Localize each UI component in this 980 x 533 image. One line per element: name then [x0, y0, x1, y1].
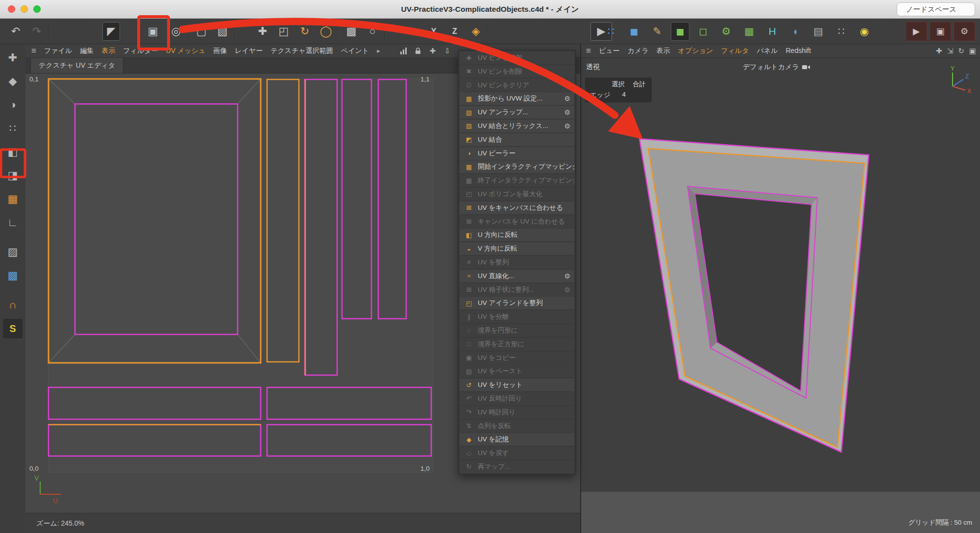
- uv-menu-item[interactable]: ◰ UV ポリゴンを最大化 ⚙: [460, 188, 574, 201]
- uv-menu-item[interactable]: ▦ 終了インタラクティブマッピング ⚙: [460, 174, 574, 187]
- edge-mode-icon[interactable]: ◨: [3, 166, 23, 185]
- poly-selection-tool[interactable]: ▧: [214, 22, 231, 41]
- gear-icon[interactable]: ⚙: [564, 95, 570, 102]
- polygon-mode-button[interactable]: ◼: [671, 22, 689, 41]
- uv-menu-item[interactable]: ○ 境界を円形に ⚙: [460, 324, 574, 337]
- ring-selection-tool[interactable]: ○: [364, 22, 381, 41]
- render-picture-viewer-button[interactable]: ▣: [930, 22, 951, 41]
- snap-icon[interactable]: ∩: [3, 295, 23, 315]
- cubes-mode-button[interactable]: ▦: [740, 22, 759, 41]
- tab-texture-uv-editor[interactable]: テクスチャ UV エディタ: [30, 58, 123, 73]
- menu-overflow-icon[interactable]: ▸: [377, 47, 380, 54]
- uv-menu-item[interactable]: ∥ UV を分離 ⚙: [460, 310, 574, 323]
- render-settings-button[interactable]: ⚙: [954, 22, 975, 41]
- uv-menu-item[interactable]: ↷ UV 時計回り ⚙: [460, 406, 574, 419]
- viewport-canvas[interactable]: 透視 デフォルトカメラ 選択 合計 エッジ 4: [581, 58, 980, 533]
- model-mode-icon[interactable]: ◆: [3, 72, 23, 91]
- rect-selection-tool[interactable]: ▢: [193, 22, 210, 41]
- uv-polygon-mode-icon[interactable]: ◧: [3, 142, 23, 162]
- uv-menu-item[interactable]: ⊠ キャンバスを UV に合わせる ⚙: [460, 215, 574, 228]
- gear-icon[interactable]: ⚙: [564, 286, 570, 294]
- axis-gizmo[interactable]: Y Z X: [938, 65, 974, 99]
- uv-transform-tool[interactable]: ▣: [142, 22, 164, 41]
- menu-layer[interactable]: レイヤー: [235, 47, 263, 55]
- brush-tool-button[interactable]: ✎: [648, 22, 666, 41]
- uv-point-mode-icon[interactable]: ∷: [3, 119, 23, 138]
- menu-vp-panel[interactable]: パネル: [757, 47, 778, 55]
- nodespace-button[interactable]: ノードスペース: [897, 2, 975, 16]
- menu-view[interactable]: 表示: [101, 47, 115, 55]
- uv-menu-item[interactable]: ✚ UV ピンを追加 ⚙: [460, 51, 574, 64]
- uv-menu-item[interactable]: ≡ UV を整列 ⚙: [460, 256, 574, 269]
- uv-menu-item[interactable]: ▦ 投影から UVW 設定... ⚙: [460, 92, 574, 105]
- rotate-tool[interactable]: ↻: [296, 22, 314, 41]
- uv-menu-item[interactable]: ✖ UV ピンを削除 ⚙: [460, 65, 574, 78]
- uv-menu-item[interactable]: ▤ UV をペースト ⚙: [460, 365, 574, 378]
- projection-label[interactable]: 透視: [586, 63, 600, 72]
- menu-vp-display[interactable]: 表示: [657, 47, 670, 55]
- model-tool-mode-icon[interactable]: ✚: [3, 48, 23, 68]
- render-active-view-button[interactable]: ▶: [906, 22, 927, 41]
- uv-menu-item[interactable]: ◒ V 方向に反転 ⚙: [460, 242, 574, 255]
- points-mode-button[interactable]: ∷: [602, 22, 620, 41]
- undo-button[interactable]: ↶: [7, 22, 24, 41]
- uv-menu-item[interactable]: ◩ UV 結合 ⚙: [460, 133, 574, 146]
- uv-mode-icon[interactable]: ▩: [3, 266, 23, 285]
- live-selection-tool[interactable]: ◎: [167, 22, 185, 41]
- snap-auto-icon[interactable]: S: [3, 319, 23, 338]
- viewport-menu-icon[interactable]: ≡: [586, 46, 591, 56]
- texture-mode-icon[interactable]: ◑: [3, 95, 23, 115]
- menu-texture-selection[interactable]: テクスチャ選択範囲: [270, 47, 333, 55]
- move-tool[interactable]: ✚: [254, 22, 271, 41]
- uv-menu-item[interactable]: ▧ UV アンラップ... ⚙: [460, 106, 574, 119]
- menu-image[interactable]: 画像: [213, 47, 227, 55]
- pan-view-icon[interactable]: ✚: [936, 47, 942, 55]
- model-mode-button[interactable]: ◼: [625, 22, 643, 41]
- axis-mode-button[interactable]: H: [763, 22, 782, 41]
- menu-uv-mesh[interactable]: UV メッシュ: [166, 47, 206, 55]
- gear-icon[interactable]: ⚙: [564, 272, 570, 280]
- coord-system-button[interactable]: ◈: [467, 22, 485, 41]
- last-used-tool[interactable]: ◯: [317, 22, 335, 41]
- uv-menu-item[interactable]: □ 境界を正方形に ⚙: [460, 338, 574, 351]
- menu-file[interactable]: ファイル: [44, 47, 72, 55]
- uv-menu-item[interactable]: ◧ U 方向に反転 ⚙: [460, 228, 574, 241]
- lasso-selection-tool[interactable]: ▩: [343, 22, 360, 41]
- lock-z-button[interactable]: Z: [446, 22, 464, 41]
- uv-menu-item[interactable]: ◰ UV アイランドを整列 ⚙: [460, 297, 574, 309]
- gear-icon[interactable]: ⚙: [564, 108, 570, 116]
- gear-mode-button[interactable]: ⚙: [717, 22, 735, 41]
- uv-menu-item[interactable]: ⊞ UV 格子状に整列... ⚙: [460, 283, 574, 296]
- workplane-icon[interactable]: ∟: [3, 213, 23, 232]
- uv-menu-item[interactable]: ◆ UV を記憶 ⚙: [460, 433, 574, 446]
- pan-panel-icon[interactable]: ✚: [428, 47, 437, 55]
- scale-tool[interactable]: ◰: [275, 22, 293, 41]
- uv-menu-item[interactable]: ◑ UV ピーラー ⚙: [460, 147, 574, 160]
- uv-menu-item[interactable]: ▨ UV 結合とリラックス... ⚙: [460, 120, 574, 132]
- redo-button[interactable]: ↷: [28, 22, 46, 41]
- array-mode-button[interactable]: ▤: [809, 22, 828, 41]
- zoom-view-icon[interactable]: ⇲: [947, 47, 954, 55]
- menu-vp-camera[interactable]: カメラ: [628, 47, 649, 55]
- uv-menu-item[interactable]: ⇅ 点列を反転 ⚙: [460, 420, 574, 432]
- uv-menu-item[interactable]: ↺ UV をリセット ⚙: [460, 379, 574, 391]
- select-tool[interactable]: ◤: [102, 22, 120, 41]
- menu-filter[interactable]: フィルター: [123, 47, 158, 55]
- histogram-icon[interactable]: [399, 47, 408, 55]
- menu-edit[interactable]: 編集: [80, 47, 94, 55]
- polygon-mode-icon[interactable]: ▦: [3, 189, 23, 209]
- gear-icon[interactable]: ⚙: [564, 122, 570, 130]
- menu-vp-redshift[interactable]: Redshift: [786, 47, 811, 55]
- maximize-view-icon[interactable]: ▣: [969, 47, 976, 55]
- frame-object[interactable]: [581, 58, 980, 533]
- camera-label[interactable]: デフォルトカメラ: [743, 63, 810, 72]
- texture-paint-icon[interactable]: ▨: [3, 242, 23, 262]
- dots-mode-button[interactable]: ∷: [832, 22, 851, 41]
- lock-y-button[interactable]: Y: [425, 22, 442, 41]
- uv-menu-item[interactable]: ▣ UV をコピー ⚙: [460, 352, 574, 364]
- menu-vp-options[interactable]: オプション: [678, 47, 713, 55]
- light-mode-button[interactable]: ◉: [855, 22, 874, 41]
- menu-vp-view[interactable]: ビュー: [599, 47, 620, 55]
- menu-vp-filter[interactable]: フィルタ: [721, 47, 749, 55]
- uv-menu-item[interactable]: ≈ UV 直線化... ⚙: [460, 270, 574, 282]
